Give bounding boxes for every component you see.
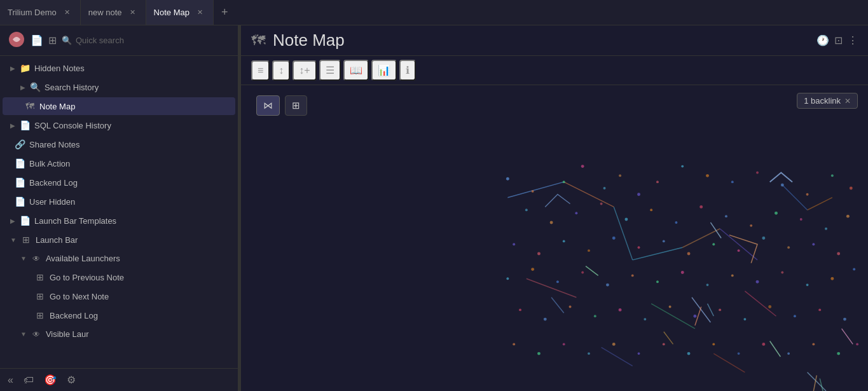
tree-view-button[interactable]: ⊞	[285, 95, 307, 116]
note-title-icon: 🗺	[251, 32, 265, 49]
svg-point-52	[712, 243, 715, 245]
sidebar-item-launch-bar[interactable]: ▼ ⊞ Launch Bar	[3, 231, 235, 249]
svg-line-112	[551, 298, 564, 313]
toolbar-btn-chart[interactable]: 📊	[371, 60, 397, 81]
book-icon: 📖	[350, 64, 362, 76]
sidebar-item-backend-log[interactable]: 📄 Backend Log	[3, 174, 235, 191]
sidebar-bottom: « 🏷 🎯 ⚙	[0, 368, 238, 391]
layers-icon[interactable]: 🏷	[24, 374, 34, 386]
svg-point-82	[743, 318, 746, 320]
toolbar-btn-add-sort[interactable]: ↕+	[293, 60, 316, 81]
sidebar-item-available-launchers[interactable]: ▼ 👁 Available Launchers	[3, 250, 235, 267]
sidebar-item-hidden-notes[interactable]: ▶ 📁 Hidden Notes	[3, 59, 235, 77]
svg-point-63	[631, 274, 634, 277]
sidebar-item-visible-launchers[interactable]: ▼ 👁 Visible Laur	[3, 326, 235, 343]
svg-point-90	[588, 352, 590, 355]
tab-new-note[interactable]: new note ✕	[81, 0, 146, 25]
graph-icon: ⋈	[263, 100, 273, 111]
backlink-close-icon[interactable]: ✕	[844, 97, 851, 106]
panel-toggle[interactable]: ⊞	[48, 34, 57, 46]
toolbar-btn-info[interactable]: ℹ	[399, 60, 416, 81]
sidebar-item-label: Visible Laur	[46, 329, 89, 339]
svg-point-27	[806, 193, 809, 196]
sidebar-tree-toggle[interactable]: 📄	[31, 34, 43, 46]
svg-point-55	[787, 246, 790, 249]
search-box[interactable]: 🔍 Quick search	[62, 36, 230, 45]
toolbar-btn-sort[interactable]: ↕	[272, 60, 290, 81]
svg-line-12	[602, 347, 633, 366]
svg-point-19	[619, 174, 621, 177]
sidebar-item-sql-console[interactable]: ▶ 📄 SQL Console History	[3, 116, 235, 134]
sidebar-item-label: SQL Console History	[34, 121, 111, 130]
svg-line-11	[808, 198, 832, 210]
sliders-icon: ≡	[258, 65, 263, 76]
sidebar-item-label: Search History	[45, 83, 99, 92]
svg-point-72	[853, 268, 855, 271]
svg-point-76	[594, 315, 596, 317]
graph-view-button[interactable]: ⋈	[256, 95, 280, 116]
toolbar-btn-sliders[interactable]: ≡	[251, 60, 270, 81]
svg-point-59	[531, 268, 534, 271]
tab-label: Note Map	[154, 8, 189, 17]
app-logo[interactable]	[8, 31, 25, 51]
sidebar-item-search-history[interactable]: ▶ 🔍 Search History	[3, 78, 235, 96]
more-options-icon[interactable]: ⋮	[848, 34, 858, 46]
svg-point-49	[638, 246, 640, 249]
sql-icon: 📄	[19, 120, 31, 130]
svg-point-88	[537, 352, 541, 355]
svg-point-68	[756, 280, 759, 284]
sidebar-item-go-next[interactable]: ⊞ Go to Next Note	[3, 287, 235, 305]
svg-point-21	[656, 181, 659, 183]
history-icon[interactable]: 🕐	[816, 34, 829, 46]
group-icon: ☰	[326, 64, 334, 76]
note-map-toolbar: ⋈ ⊞	[246, 90, 317, 121]
svg-point-56	[812, 243, 815, 245]
sidebar-item-bulk-action[interactable]: 📄 Bulk Action	[3, 154, 235, 172]
tab-close-note-map[interactable]: ✕	[195, 7, 205, 18]
search-history-icon: 🔍	[29, 82, 41, 92]
tab-note-map[interactable]: Note Map ✕	[146, 0, 214, 25]
tab-add-button[interactable]: +	[214, 0, 236, 25]
sidebar-header: 📄 ⊞ 🔍 Quick search	[0, 25, 238, 56]
collapse-sidebar-icon[interactable]: «	[8, 374, 13, 386]
svg-point-24	[731, 181, 734, 183]
toolbar-btn-book[interactable]: 📖	[343, 60, 369, 81]
svg-point-51	[687, 252, 691, 256]
svg-point-89	[563, 343, 565, 345]
tab-close-trilium-demo[interactable]: ✕	[62, 7, 72, 18]
svg-line-111	[664, 332, 673, 345]
svg-point-18	[603, 187, 606, 189]
svg-point-95	[712, 343, 715, 345]
svg-point-70	[806, 284, 809, 286]
svg-point-94	[687, 352, 691, 355]
sidebar-item-shared-notes[interactable]: 🔗 Shared Notes	[3, 135, 235, 153]
svg-line-109	[842, 329, 853, 345]
svg-point-91	[612, 343, 616, 346]
layout-toggle-icon[interactable]: ⊡	[834, 34, 843, 46]
backend-log-icon: 📄	[14, 177, 25, 188]
svg-point-83	[768, 305, 771, 308]
svg-point-38	[725, 215, 727, 217]
note-map-area[interactable]: ⋈ ⊞ 1 backlink ✕	[241, 85, 868, 391]
svg-point-75	[569, 306, 572, 308]
sidebar-item-launch-bar-templates[interactable]: ▶ 📄 Launch Bar Templates	[3, 212, 235, 230]
svg-point-66	[706, 284, 709, 286]
svg-point-100	[837, 352, 840, 355]
target-icon[interactable]: 🎯	[44, 374, 57, 386]
sidebar-item-backend-log-2[interactable]: ⊞ Backend Log	[3, 306, 235, 324]
sidebar-item-go-previous[interactable]: ⊞ Go to Previous Note	[3, 268, 235, 286]
svg-point-57	[837, 252, 840, 256]
svg-line-105	[808, 373, 826, 391]
toolbar-btn-group[interactable]: ☰	[319, 60, 341, 81]
sidebar-item-note-map[interactable]: 🗺 Note Map	[3, 97, 235, 115]
svg-line-3	[614, 207, 632, 259]
go-next-icon: ⊞	[34, 291, 46, 301]
tab-trilium-demo[interactable]: Trilium Demo ✕	[0, 0, 81, 25]
svg-line-4	[527, 278, 577, 297]
tab-close-new-note[interactable]: ✕	[127, 7, 138, 18]
sidebar-item-user-hidden[interactable]: 📄 User Hidden	[3, 193, 235, 210]
svg-point-39	[750, 224, 752, 227]
toolbar: ≡ ↕ ↕+ ☰ 📖 📊 ℹ	[241, 56, 868, 85]
settings-icon[interactable]: ⚙	[67, 374, 76, 386]
note-map-canvas[interactable]	[241, 85, 868, 391]
